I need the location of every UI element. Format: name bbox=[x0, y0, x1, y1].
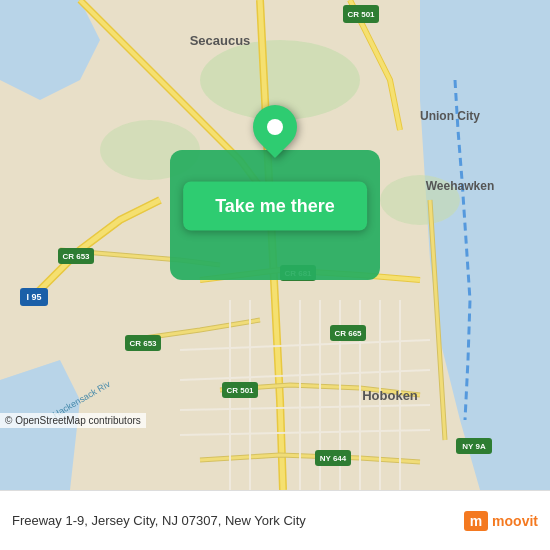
map-pin bbox=[253, 105, 297, 149]
svg-text:Union City: Union City bbox=[420, 109, 480, 123]
svg-text:Weehawken: Weehawken bbox=[426, 179, 494, 193]
svg-text:Secaucus: Secaucus bbox=[190, 33, 251, 48]
moovit-name: moovit bbox=[492, 513, 538, 529]
svg-text:CR 665: CR 665 bbox=[334, 329, 362, 338]
osm-credit: © OpenStreetMap contributors bbox=[0, 413, 146, 428]
svg-text:CR 653: CR 653 bbox=[129, 339, 157, 348]
svg-text:CR 653: CR 653 bbox=[62, 252, 90, 261]
info-bar: Freeway 1-9, Jersey City, NJ 07307, New … bbox=[0, 490, 550, 550]
svg-text:I 95: I 95 bbox=[26, 292, 41, 302]
take-me-there-button[interactable]: Take me there bbox=[183, 181, 367, 230]
svg-text:Hoboken: Hoboken bbox=[362, 388, 418, 403]
map-container: I 95 CR 501 CR 653 CR 653 CR 681 CR 665 … bbox=[0, 0, 550, 490]
moovit-letter: m bbox=[464, 511, 488, 531]
svg-text:NY 9A: NY 9A bbox=[462, 442, 486, 451]
svg-text:CR 501: CR 501 bbox=[347, 10, 375, 19]
address-text: Freeway 1-9, Jersey City, NJ 07307, New … bbox=[12, 513, 464, 528]
svg-text:CR 501: CR 501 bbox=[226, 386, 254, 395]
moovit-logo: m moovit bbox=[464, 511, 538, 531]
svg-text:NY 644: NY 644 bbox=[320, 454, 347, 463]
